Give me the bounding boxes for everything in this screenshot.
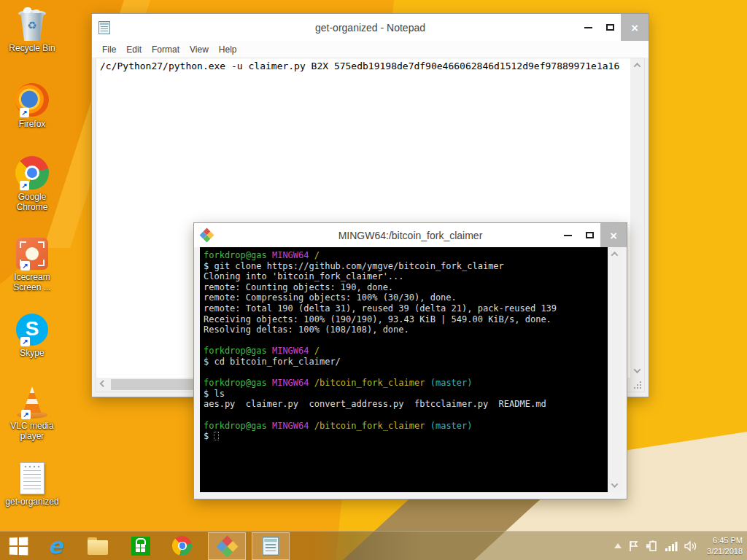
taskbar-clock[interactable]: 6:45 PM 3/21/2018: [707, 535, 743, 557]
icon-label: Firefox: [19, 119, 46, 129]
menu-edit[interactable]: Edit: [121, 43, 147, 56]
power-battery-icon[interactable]: [646, 540, 659, 552]
maximize-button[interactable]: [578, 223, 600, 247]
scroll-up-arrow-icon[interactable]: [630, 58, 644, 72]
taskbar-internet-explorer[interactable]: e: [48, 532, 63, 560]
desktop-icon-skype[interactable]: S ↗ Skype: [0, 309, 64, 358]
vertical-scrollbar[interactable]: [630, 58, 644, 378]
icon-label: Skype: [20, 348, 44, 358]
menu-help[interactable]: Help: [214, 43, 242, 56]
icon-label: Google Chrome: [3, 192, 61, 213]
desktop-icon-recycle-bin[interactable]: ♻ Recycle Bin: [0, 4, 64, 53]
close-button[interactable]: ×: [600, 223, 627, 247]
icon-label: Icecream Screen ...: [3, 272, 61, 293]
windows-store-icon: [131, 537, 150, 556]
action-center-flag-icon[interactable]: [628, 540, 639, 552]
windows-logo-icon: [9, 537, 28, 555]
icon-label: get-organized: [5, 497, 58, 507]
terminal-scrollbar[interactable]: [608, 247, 622, 492]
desktop-icon-firefox[interactable]: ↗ Firefox: [0, 80, 64, 129]
maximize-button[interactable]: [599, 14, 621, 41]
minimize-button[interactable]: [577, 14, 599, 41]
clock-time: 6:45 PM: [707, 535, 743, 546]
menu-format[interactable]: Format: [147, 43, 185, 56]
taskbar-chrome[interactable]: [172, 532, 192, 560]
internet-explorer-icon: e: [48, 535, 63, 557]
shortcut-arrow-icon: ↗: [20, 181, 29, 190]
taskbar-file-explorer[interactable]: [88, 532, 108, 560]
taskbar-windows-store[interactable]: [131, 532, 150, 560]
file-explorer-icon: [88, 540, 108, 555]
mintty-terminal-window: MINGW64:/bitcoin_fork_claimer × forkdrop…: [193, 222, 627, 499]
shortcut-arrow-icon: ↗: [21, 410, 31, 419]
icon-label: VLC media player: [3, 421, 61, 442]
desktop-icon-vlc[interactable]: ↗ VLC media player: [0, 382, 64, 442]
show-hidden-icons-chevron-icon[interactable]: [614, 543, 622, 548]
notepad-menubar: File Edit Format View Help: [92, 41, 649, 58]
desktop: ♻ Recycle Bin ↗ Firefox ↗ Google Chrome …: [0, 0, 747, 560]
scroll-up-arrow-icon[interactable]: [608, 247, 622, 261]
start-button[interactable]: [9, 532, 28, 560]
terminal-output[interactable]: forkdrop@gas MINGW64 /$ git clone https:…: [200, 247, 608, 492]
scroll-down-arrow-icon[interactable]: [608, 478, 622, 492]
git-app-icon: [218, 537, 237, 556]
notepad-app-icon: [98, 21, 110, 34]
desktop-icon-get-organized[interactable]: get-organized: [0, 458, 64, 507]
minimize-button[interactable]: [557, 223, 578, 247]
shortcut-arrow-icon: ↗: [20, 261, 30, 271]
menu-file[interactable]: File: [97, 43, 121, 56]
close-button[interactable]: ×: [621, 14, 649, 41]
git-app-icon: [201, 229, 213, 241]
system-tray: 6:45 PM 3/21/2018: [614, 532, 743, 560]
taskbar-notepad-active[interactable]: [252, 532, 290, 560]
network-signal-icon[interactable]: [665, 540, 678, 552]
chrome-icon: [172, 536, 192, 556]
taskbar-git-bash-active[interactable]: [208, 532, 246, 560]
text-file-icon: [20, 462, 44, 494]
notepad-app-icon: [263, 537, 279, 556]
recycle-bin-icon: ♻: [18, 7, 47, 41]
scroll-left-arrow-icon[interactable]: [96, 378, 110, 392]
terminal-titlebar[interactable]: MINGW64:/bitcoin_fork_claimer ×: [194, 223, 627, 247]
desktop-icon-icecream-screen-recorder[interactable]: ↗ Icecream Screen ...: [0, 233, 64, 293]
shortcut-arrow-icon: ↗: [20, 108, 29, 117]
notepad-title: get-organized - Notepad: [92, 22, 649, 34]
clock-date: 3/21/2018: [707, 546, 743, 557]
icon-label: Recycle Bin: [9, 43, 55, 53]
notepad-titlebar[interactable]: get-organized - Notepad ×: [92, 14, 649, 41]
desktop-icon-google-chrome[interactable]: ↗ Google Chrome: [0, 153, 64, 213]
volume-speaker-icon[interactable]: [684, 540, 697, 552]
resize-grip[interactable]: [630, 378, 644, 392]
scroll-down-arrow-icon[interactable]: [630, 364, 644, 378]
shortcut-arrow-icon: ↗: [20, 337, 30, 346]
menu-view[interactable]: View: [185, 43, 214, 56]
taskbar: e: [0, 531, 747, 560]
